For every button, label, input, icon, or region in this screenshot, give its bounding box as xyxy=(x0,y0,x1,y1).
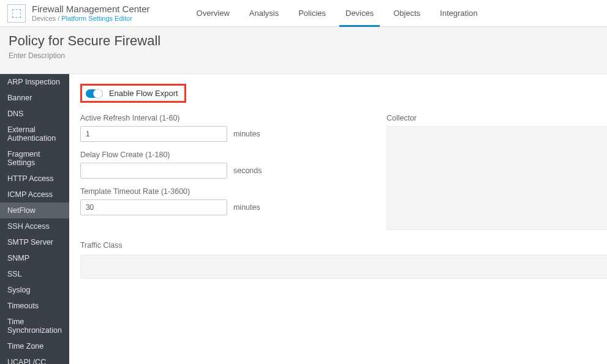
breadcrumb-current[interactable]: Platform Settings Editor xyxy=(61,15,132,22)
page-description[interactable]: Enter Description xyxy=(9,51,598,60)
template-timeout-unit: minutes xyxy=(233,203,260,212)
sidebar-item-external-authentication[interactable]: External Authentication xyxy=(0,122,69,146)
sidebar-item-netflow[interactable]: NetFlow xyxy=(0,202,69,218)
enable-flow-export-toggle[interactable] xyxy=(86,89,103,98)
page-title: Policy for Secure Firewall xyxy=(9,33,598,49)
toggle-knob-icon xyxy=(93,89,103,98)
enable-flow-export-highlight: Enable Flow Export xyxy=(80,84,186,103)
collector-label: Collector xyxy=(386,114,607,122)
template-timeout-group: Template Timeout Rate (1-3600) minutes xyxy=(80,187,307,215)
nav-devices[interactable]: Devices xyxy=(336,0,383,26)
sidebar-item-ssh-access[interactable]: SSH Access xyxy=(0,218,69,234)
app-title-block: Firewall Management Center Devices / Pla… xyxy=(32,4,150,23)
nav-objects[interactable]: Objects xyxy=(383,0,430,26)
app-logo-icon xyxy=(12,9,21,18)
breadcrumb-root[interactable]: Devices xyxy=(32,15,56,22)
left-column: Active Refresh Interval (1-60) minutes D… xyxy=(80,114,307,230)
nav-integration[interactable]: Integration xyxy=(430,0,487,26)
sidebar-item-banner[interactable]: Banner xyxy=(0,90,69,106)
sidebar-item-arp-inspection[interactable]: ARP Inspection xyxy=(0,74,69,90)
top-nav: OverviewAnalysisPoliciesDevicesObjectsIn… xyxy=(187,0,488,26)
sidebar-item-icmp-access[interactable]: ICMP Access xyxy=(0,187,69,202)
delay-flow-line: seconds xyxy=(80,163,307,179)
main-panel: Enable Flow Export Active Refresh Interv… xyxy=(69,74,607,364)
sidebar-item-timeouts[interactable]: Timeouts xyxy=(0,298,69,314)
active-refresh-input[interactable] xyxy=(80,126,227,142)
right-column: Collector xyxy=(386,114,607,230)
app-logo xyxy=(7,4,26,23)
sidebar-item-syslog[interactable]: Syslog xyxy=(0,282,69,298)
collector-box[interactable] xyxy=(386,126,607,230)
nav-policies[interactable]: Policies xyxy=(288,0,336,26)
sidebar-item-ssl[interactable]: SSL xyxy=(0,266,69,282)
sidebar-item-time-synchronization[interactable]: Time Synchronization xyxy=(0,314,69,338)
breadcrumb: Devices / Platform Settings Editor xyxy=(32,15,150,22)
active-refresh-group: Active Refresh Interval (1-60) minutes xyxy=(80,114,307,142)
active-refresh-label: Active Refresh Interval (1-60) xyxy=(80,114,307,122)
traffic-class-label: Traffic Class xyxy=(80,241,607,250)
app-title: Firewall Management Center xyxy=(32,4,150,15)
sidebar-item-fragment-settings[interactable]: Fragment Settings xyxy=(0,146,69,171)
form-columns: Active Refresh Interval (1-60) minutes D… xyxy=(80,114,607,230)
delay-flow-unit: seconds xyxy=(233,166,262,175)
active-refresh-unit: minutes xyxy=(233,130,260,138)
nav-overview[interactable]: Overview xyxy=(187,0,239,26)
template-timeout-label: Template Timeout Rate (1-3600) xyxy=(80,187,307,196)
sidebar-item-snmp[interactable]: SNMP xyxy=(0,250,69,266)
delay-flow-label: Delay Flow Create (1-180) xyxy=(80,150,307,159)
sidebar: ARP InspectionBannerDNSExternal Authenti… xyxy=(0,74,69,364)
nav-analysis[interactable]: Analysis xyxy=(239,0,288,26)
enable-flow-export-label: Enable Flow Export xyxy=(109,89,178,98)
sidebar-item-time-zone[interactable]: Time Zone xyxy=(0,338,69,354)
sidebar-item-dns[interactable]: DNS xyxy=(0,106,69,122)
page-title-bar: Policy for Secure Firewall Enter Descrip… xyxy=(0,27,607,74)
top-header: Firewall Management Center Devices / Pla… xyxy=(0,0,607,27)
sidebar-item-ucapl-cc-compliance[interactable]: UCAPL/CC Compliance xyxy=(0,354,69,364)
delay-flow-group: Delay Flow Create (1-180) seconds xyxy=(80,150,307,179)
content-row: ARP InspectionBannerDNSExternal Authenti… xyxy=(0,74,607,364)
breadcrumb-sep: / xyxy=(56,15,61,22)
traffic-class-section: Traffic Class xyxy=(80,241,607,279)
delay-flow-input[interactable] xyxy=(80,163,227,179)
traffic-class-box[interactable] xyxy=(80,254,607,279)
template-timeout-input[interactable] xyxy=(80,199,227,215)
sidebar-item-smtp-server[interactable]: SMTP Server xyxy=(0,234,69,250)
template-timeout-line: minutes xyxy=(80,199,307,215)
active-refresh-line: minutes xyxy=(80,126,307,142)
sidebar-item-http-access[interactable]: HTTP Access xyxy=(0,171,69,187)
